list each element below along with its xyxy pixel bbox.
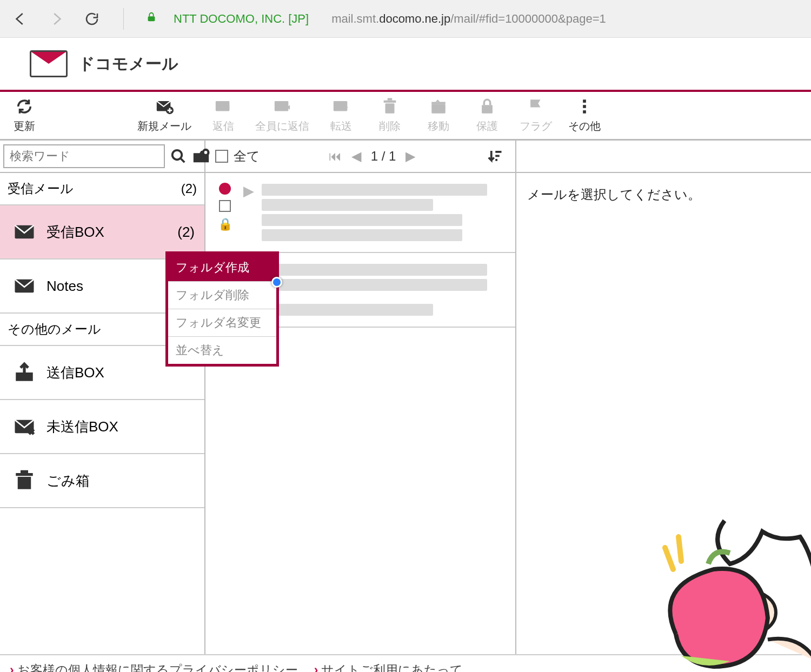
svg-rect-6	[385, 103, 395, 113]
section-title: その他のメール	[8, 321, 101, 338]
more-icon	[574, 97, 595, 116]
compose-button[interactable]: 新規メール	[130, 92, 199, 139]
svg-rect-20	[495, 159, 497, 161]
prev-page-button[interactable]: ◀	[351, 149, 361, 164]
svg-rect-27	[21, 470, 28, 473]
move-button[interactable]: 移動	[414, 92, 463, 139]
trash-icon	[379, 97, 401, 116]
separator	[123, 8, 124, 30]
context-menu-rename-folder[interactable]: フォルダ名変更	[168, 309, 276, 337]
address-url[interactable]: mail.smt.docomo.ne.jp/mail/#fid=10000000…	[331, 12, 606, 26]
sidebar: 受信メール (2) 受信BOX (2) Notes その他のメール 送信BOX	[0, 173, 205, 654]
app-logo-icon	[30, 50, 68, 77]
search-area	[0, 141, 205, 172]
refresh-button[interactable]: 更新	[0, 92, 49, 139]
toolbar: 更新 新規メール 返信 全員に返信 転送 削除 移動 保護 フラグ その他	[0, 92, 811, 141]
app-header: ドコモメール	[0, 38, 811, 92]
delete-label: 削除	[379, 119, 401, 134]
svg-point-15	[172, 150, 182, 160]
footer-link-terms[interactable]: › サイトご利用にあたって	[314, 662, 463, 673]
svg-rect-14	[583, 110, 586, 114]
unread-indicator-icon	[219, 183, 231, 195]
move-label: 移動	[428, 119, 449, 134]
compose-label: 新規メール	[137, 119, 191, 134]
forward-label: 転送	[330, 119, 352, 134]
select-all-checkbox[interactable]: 全て	[215, 148, 260, 165]
flag-button[interactable]: フラグ	[511, 92, 560, 139]
section-title: 受信メール	[8, 180, 74, 197]
reply-icon	[212, 97, 234, 116]
message-preview	[262, 181, 507, 244]
first-page-button[interactable]: ⏮	[329, 149, 342, 164]
message-checkbox[interactable]	[219, 200, 231, 212]
reading-placeholder: メールを選択してください。	[527, 187, 701, 202]
protect-button[interactable]: 保護	[463, 92, 511, 139]
svg-rect-0	[148, 16, 155, 21]
context-menu: フォルダ作成 フォルダ削除 フォルダ名変更 並べ替え	[165, 251, 279, 367]
reply-button[interactable]: 返信	[199, 92, 248, 139]
chevron-right-icon: ›	[314, 663, 318, 673]
lock-icon	[476, 97, 498, 116]
svg-rect-23	[16, 372, 33, 381]
svg-rect-4	[275, 101, 288, 111]
sidebar-item-trash[interactable]: ごみ箱	[0, 454, 204, 508]
search-button[interactable]	[170, 145, 187, 167]
forward-button[interactable]	[46, 9, 66, 29]
message-row[interactable]: 🔒 ▶	[205, 173, 515, 253]
footer-link-privacy[interactable]: › お客様の個人情報に関するプライバシーポリシー	[10, 662, 298, 673]
url-domain: docomo.ne.jp	[379, 12, 450, 25]
mascot-illustration	[643, 494, 811, 672]
svg-rect-18	[495, 151, 501, 153]
refresh-icon	[14, 97, 35, 116]
expand-icon: ▶	[243, 181, 254, 244]
footer-link-label: お客様の個人情報に関するプライバシーポリシー	[17, 662, 298, 673]
sort-button[interactable]	[484, 145, 506, 167]
checkbox-icon	[215, 150, 228, 163]
app-title: ドコモメール	[78, 53, 178, 75]
sidebar-label: 未送信BOX	[46, 417, 118, 436]
reload-button[interactable]	[82, 9, 102, 29]
certificate-name[interactable]: NTT DOCOMO, INC. [JP]	[174, 12, 309, 26]
svg-rect-7	[384, 101, 396, 103]
search-input[interactable]	[3, 144, 165, 168]
message-preview	[262, 261, 507, 319]
reply-label: 返信	[212, 119, 234, 134]
message-list: 🔒 ▶ ▶	[205, 173, 516, 654]
footer-link-label: サイトご利用にあたって	[321, 662, 463, 673]
url-prefix: mail.smt.	[331, 12, 379, 25]
refresh-label: 更新	[14, 119, 35, 134]
delete-button[interactable]: 削除	[365, 92, 414, 139]
forward-mail-button[interactable]: 転送	[317, 92, 365, 139]
sidebar-item-drafts[interactable]: 未送信BOX	[0, 400, 204, 454]
envelope-icon	[13, 223, 36, 241]
sidebar-count: (2)	[177, 224, 195, 241]
reply-all-label: 全員に返信	[255, 119, 309, 134]
svg-rect-9	[431, 104, 446, 114]
envelope-icon	[13, 277, 36, 295]
svg-rect-10	[431, 102, 446, 104]
flag-icon	[525, 97, 547, 116]
protect-label: 保護	[476, 119, 498, 134]
more-label: その他	[568, 119, 601, 134]
more-button[interactable]: その他	[560, 92, 609, 139]
context-menu-delete-folder[interactable]: フォルダ削除	[168, 282, 276, 309]
next-page-button[interactable]: ▶	[406, 149, 415, 164]
lock-icon	[145, 11, 157, 26]
sidebar-label: Notes	[46, 278, 83, 295]
svg-rect-8	[388, 98, 393, 100]
svg-rect-3	[216, 101, 230, 111]
url-path: /mail/#fid=10000000&page=1	[450, 12, 606, 25]
pager: ⏮ ◀ 1 / 1 ▶	[329, 149, 416, 164]
flag-label: フラグ	[520, 119, 552, 134]
forward-mail-icon	[330, 97, 352, 116]
page-indicator: 1 / 1	[371, 149, 396, 164]
chevron-right-icon: ›	[10, 663, 14, 673]
cursor-indicator-icon	[271, 277, 282, 288]
reply-all-button[interactable]: 全員に返信	[248, 92, 317, 139]
controls-row: 全て ⏮ ◀ 1 / 1 ▶	[0, 141, 811, 173]
svg-rect-19	[495, 155, 500, 157]
context-menu-create-folder[interactable]: フォルダ作成	[168, 254, 276, 282]
context-menu-sort[interactable]: 並べ替え	[168, 337, 276, 364]
sidebar-section-inbox[interactable]: 受信メール (2)	[0, 173, 204, 205]
back-button[interactable]	[11, 9, 30, 29]
